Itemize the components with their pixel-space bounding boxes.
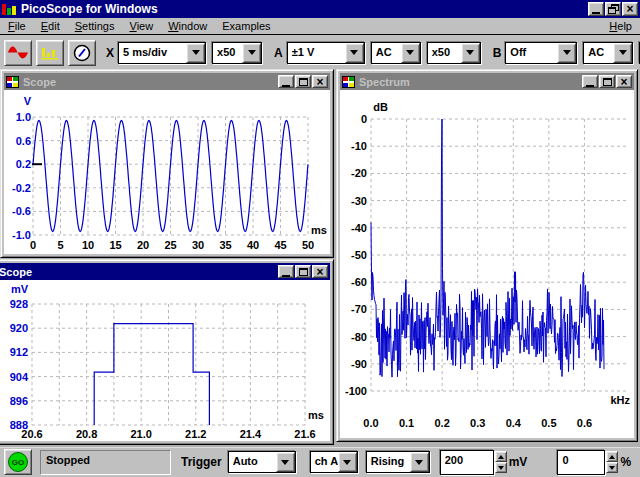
menu-bar: File Edit Settings View Window Examples …: [0, 18, 640, 35]
channel-a-multiplier-combo[interactable]: x50: [427, 42, 481, 64]
scope1-minimize-button[interactable]: [278, 75, 294, 88]
svg-text:21.2: 21.2: [185, 428, 206, 440]
channel-a-multiplier-value: x50: [428, 43, 461, 63]
close-icon: ×: [316, 76, 323, 88]
dropdown-arrow-icon[interactable]: [276, 452, 295, 472]
trigger-mode-combo[interactable]: Auto: [228, 451, 296, 473]
pretrigger-input[interactable]: 0: [557, 450, 605, 475]
pretrigger-spinner[interactable]: [606, 451, 618, 473]
go-button[interactable]: GO: [4, 449, 32, 475]
channel-a-coupling-combo[interactable]: AC: [371, 42, 421, 64]
spectrum-close-button[interactable]: ×: [616, 75, 632, 88]
scope1-close-button[interactable]: ×: [312, 75, 328, 88]
channel-b-label: B: [493, 46, 502, 60]
spectrum-minimize-button[interactable]: [582, 75, 598, 88]
dropdown-arrow-icon[interactable]: [401, 43, 420, 63]
svg-text:-40: -40: [351, 222, 367, 234]
dropdown-arrow-icon[interactable]: [242, 43, 261, 63]
menu-help[interactable]: Help: [609, 20, 632, 32]
scope2-close-button[interactable]: ×: [312, 265, 328, 278]
scope-view-button[interactable]: [4, 40, 32, 66]
maximize-icon: [299, 268, 308, 276]
dropdown-arrow-icon[interactable]: [186, 43, 205, 63]
scope2-chart: 92892091290489688820.620.821.021.221.421…: [0, 280, 330, 441]
channel-b-range-combo[interactable]: Off: [505, 42, 577, 64]
trigger-direction-combo[interactable]: Rising: [366, 451, 430, 473]
minimize-icon: [592, 12, 600, 14]
svg-text:912: 912: [10, 346, 28, 358]
maximize-icon: [299, 78, 308, 86]
maximize-icon: [603, 78, 612, 86]
dropdown-arrow-icon[interactable]: [410, 452, 429, 472]
window-minimize-button[interactable]: [588, 2, 604, 16]
menu-window[interactable]: Window: [168, 20, 207, 32]
trigger-channel-combo[interactable]: ch A: [310, 451, 358, 473]
meter-view-button[interactable]: [68, 40, 96, 66]
dropdown-arrow-icon[interactable]: [613, 43, 632, 63]
spinner-up-button[interactable]: [606, 451, 618, 462]
svg-text:dB: dB: [373, 101, 388, 113]
channel-b-coupling-combo[interactable]: AC: [583, 42, 633, 64]
window-restore-button[interactable]: [605, 2, 621, 16]
menu-view[interactable]: View: [129, 20, 153, 32]
scope2-titlebar[interactable]: Scope ×: [0, 263, 330, 280]
toolbar: X 5 ms/div x50 A ±1 V AC x50 B Off AC: [0, 36, 640, 69]
spinner-down-button[interactable]: [606, 462, 618, 473]
spectrum-maximize-button[interactable]: [599, 75, 615, 88]
close-icon: ×: [316, 266, 323, 278]
minimize-icon: [282, 275, 290, 277]
svg-text:0.4: 0.4: [506, 417, 522, 429]
svg-text:0: 0: [30, 239, 36, 251]
scope1-maximize-button[interactable]: [295, 75, 311, 88]
svg-text:-20: -20: [351, 167, 367, 179]
svg-text:ms: ms: [311, 224, 327, 236]
dropdown-arrow-icon[interactable]: [557, 43, 576, 63]
timebase-combo[interactable]: 5 ms/div: [118, 42, 206, 64]
scope2-maximize-button[interactable]: [295, 265, 311, 278]
dropdown-arrow-icon[interactable]: [338, 452, 357, 472]
spinner-up-button[interactable]: [495, 451, 507, 462]
workspace: Scope × 1.00.60.2-0.2-0.6-1.005101520253…: [0, 69, 640, 447]
channel-b-range-value: Off: [506, 43, 557, 63]
svg-text:-90: -90: [351, 358, 367, 370]
trigger-threshold-input[interactable]: 200: [440, 450, 494, 475]
scope1-titlebar[interactable]: Scope ×: [4, 73, 330, 90]
menu-examples[interactable]: Examples: [222, 20, 270, 32]
trigger-direction-value: Rising: [367, 452, 410, 472]
app-titlebar[interactable]: PicoScope for Windows ×: [0, 0, 640, 18]
scope1-title: Scope: [23, 76, 277, 88]
channel-a-range-combo[interactable]: ±1 V: [287, 42, 365, 64]
spinner-down-button[interactable]: [495, 462, 507, 473]
spectrum-plot-area: 0-10-20-30-40-50-60-70-80-90-1000.00.10.…: [340, 90, 634, 438]
scope-window-icon: [6, 76, 19, 88]
meter-dial-icon: [73, 44, 91, 62]
svg-text:0.2: 0.2: [16, 158, 31, 170]
svg-text:-100: -100: [345, 385, 367, 397]
menu-file[interactable]: File: [8, 20, 26, 32]
svg-text:-50: -50: [351, 249, 367, 261]
close-icon: ×: [620, 76, 627, 88]
threshold-spinner[interactable]: [495, 451, 507, 473]
scope2-minimize-button[interactable]: [278, 265, 294, 278]
spectrum-view-button[interactable]: [36, 40, 64, 66]
scope2-window: Scope × 92892091290489688820.620.821.021…: [0, 259, 334, 445]
spectrum-titlebar[interactable]: Spectrum ×: [340, 73, 634, 90]
svg-text:50: 50: [302, 239, 314, 251]
dropdown-arrow-icon[interactable]: [345, 43, 364, 63]
arrow-down-icon: [498, 466, 504, 470]
svg-text:5: 5: [57, 239, 63, 251]
channel-a-range-value: ±1 V: [288, 43, 345, 63]
window-close-button[interactable]: ×: [622, 2, 638, 16]
svg-text:896: 896: [10, 395, 28, 407]
menu-settings[interactable]: Settings: [75, 20, 115, 32]
svg-text:mV: mV: [11, 283, 29, 295]
arrow-up-icon: [498, 455, 504, 459]
svg-text:40: 40: [247, 239, 259, 251]
svg-text:920: 920: [10, 322, 28, 334]
dropdown-arrow-icon[interactable]: [461, 43, 480, 63]
svg-text:35: 35: [219, 239, 231, 251]
x-multiplier-combo[interactable]: x50: [212, 42, 262, 64]
menu-edit[interactable]: Edit: [41, 20, 60, 32]
bar-chart-icon: [40, 45, 60, 60]
svg-text:0.5: 0.5: [541, 417, 556, 429]
